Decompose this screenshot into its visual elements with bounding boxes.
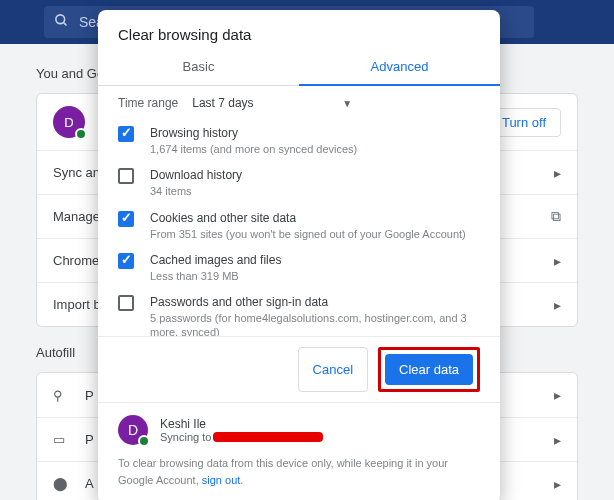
time-range-label: Time range	[118, 96, 178, 110]
chevron-right-icon: ▸	[554, 387, 561, 403]
key-icon: ⚲	[53, 388, 71, 403]
chevron-right-icon: ▸	[554, 476, 561, 492]
checkbox[interactable]	[118, 253, 134, 269]
chevron-right-icon: ▸	[554, 165, 561, 181]
option-download-history[interactable]: Download history34 items	[118, 162, 480, 204]
tab-advanced[interactable]: Advanced	[299, 47, 500, 86]
avatar: D	[53, 106, 85, 138]
sign-out-link[interactable]: sign out	[202, 474, 241, 486]
avatar: D	[118, 415, 148, 445]
option-cookies[interactable]: Cookies and other site dataFrom 351 site…	[118, 205, 480, 247]
external-link-icon: ⧉	[551, 208, 561, 225]
location-icon: ⬤	[53, 476, 71, 491]
chevron-right-icon: ▸	[554, 432, 561, 448]
cancel-button[interactable]: Cancel	[298, 347, 368, 392]
chevron-right-icon: ▸	[554, 253, 561, 269]
dialog-footer: D Keshi Ile Syncing to To clear browsing…	[98, 402, 500, 500]
checkbox[interactable]	[118, 126, 134, 142]
svg-line-1	[63, 22, 66, 25]
svg-point-0	[56, 14, 65, 23]
user-name: Keshi Ile	[160, 417, 323, 431]
footer-note: To clear browsing data from this device …	[118, 455, 480, 488]
chevron-down-icon: ▼	[342, 98, 352, 109]
checkbox[interactable]	[118, 168, 134, 184]
card-icon: ▭	[53, 432, 71, 447]
option-cache[interactable]: Cached images and filesLess than 319 MB	[118, 247, 480, 289]
clear-data-button[interactable]: Clear data	[385, 354, 473, 385]
sync-dot-icon	[138, 435, 150, 447]
dialog-body[interactable]: Time range Last 7 days ▼ Browsing histor…	[98, 86, 500, 336]
tabs: Basic Advanced	[98, 47, 500, 86]
sync-status: Syncing to	[160, 431, 323, 443]
sync-dot-icon	[75, 128, 87, 140]
time-range-select[interactable]: Last 7 days ▼	[192, 96, 352, 110]
option-passwords[interactable]: Passwords and other sign-in data5 passwo…	[118, 289, 480, 336]
chevron-right-icon: ▸	[554, 297, 561, 313]
checkbox[interactable]	[118, 211, 134, 227]
dialog-actions: Cancel Clear data	[98, 336, 500, 402]
redacted-email	[213, 432, 323, 442]
clear-browsing-data-dialog: Clear browsing data Basic Advanced Time …	[98, 10, 500, 500]
highlight-box: Clear data	[378, 347, 480, 392]
search-icon	[54, 13, 69, 32]
dialog-title: Clear browsing data	[98, 10, 500, 47]
checkbox[interactable]	[118, 295, 134, 311]
tab-basic[interactable]: Basic	[98, 47, 299, 85]
option-browsing-history[interactable]: Browsing history1,674 items (and more on…	[118, 120, 480, 162]
